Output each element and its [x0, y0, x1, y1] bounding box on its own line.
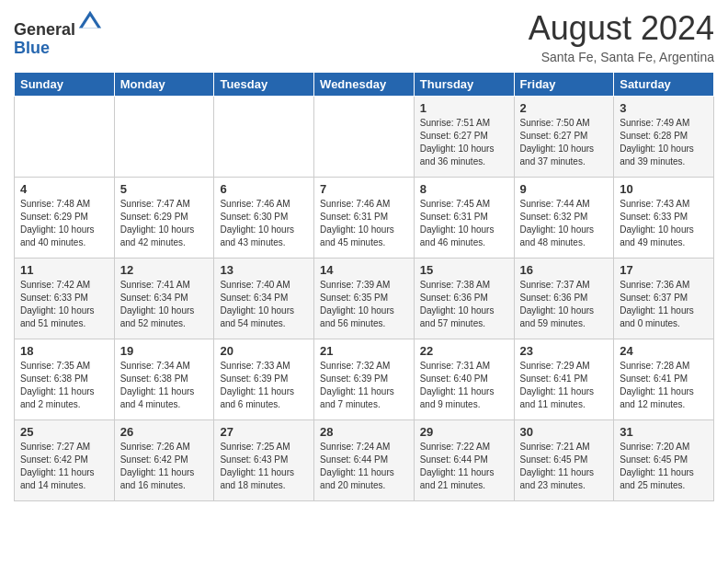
calendar-cell: 5Sunrise: 7:47 AM Sunset: 6:29 PM Daylig…	[114, 178, 214, 259]
day-info: Sunrise: 7:38 AM Sunset: 6:36 PM Dayligh…	[420, 279, 508, 330]
day-info: Sunrise: 7:20 AM Sunset: 6:45 PM Dayligh…	[620, 441, 708, 492]
calendar-cell: 15Sunrise: 7:38 AM Sunset: 6:36 PM Dayli…	[414, 259, 514, 339]
calendar-week-row: 1Sunrise: 7:51 AM Sunset: 6:27 PM Daylig…	[15, 97, 714, 178]
calendar-cell: 30Sunrise: 7:21 AM Sunset: 6:45 PM Dayli…	[514, 420, 614, 501]
day-info: Sunrise: 7:48 AM Sunset: 6:29 PM Dayligh…	[20, 198, 108, 249]
day-number: 21	[320, 344, 408, 358]
day-info: Sunrise: 7:49 AM Sunset: 6:28 PM Dayligh…	[620, 117, 708, 168]
calendar-cell	[15, 97, 115, 178]
day-info: Sunrise: 7:33 AM Sunset: 6:39 PM Dayligh…	[220, 360, 308, 411]
calendar-cell: 14Sunrise: 7:39 AM Sunset: 6:35 PM Dayli…	[314, 259, 415, 339]
calendar-cell: 29Sunrise: 7:22 AM Sunset: 6:44 PM Dayli…	[414, 420, 514, 501]
col-sunday: Sunday	[15, 73, 115, 97]
day-info: Sunrise: 7:43 AM Sunset: 6:33 PM Dayligh…	[620, 198, 708, 249]
day-info: Sunrise: 7:51 AM Sunset: 6:27 PM Dayligh…	[420, 117, 508, 168]
day-number: 26	[120, 425, 209, 439]
day-info: Sunrise: 7:36 AM Sunset: 6:37 PM Dayligh…	[620, 279, 708, 330]
calendar-body: 1Sunrise: 7:51 AM Sunset: 6:27 PM Daylig…	[15, 97, 714, 501]
calendar-cell: 7Sunrise: 7:46 AM Sunset: 6:31 PM Daylig…	[314, 178, 415, 259]
day-number: 9	[520, 182, 609, 196]
day-number: 1	[420, 101, 508, 115]
day-number: 27	[220, 425, 308, 439]
calendar-cell: 26Sunrise: 7:26 AM Sunset: 6:42 PM Dayli…	[114, 420, 214, 501]
calendar-week-row: 18Sunrise: 7:35 AM Sunset: 6:38 PM Dayli…	[15, 339, 714, 420]
day-number: 28	[320, 425, 408, 439]
title-block: August 2024 Santa Fe, Santa Fe, Argentin…	[529, 9, 714, 64]
calendar-cell: 31Sunrise: 7:20 AM Sunset: 6:45 PM Dayli…	[614, 420, 714, 501]
day-info: Sunrise: 7:21 AM Sunset: 6:45 PM Dayligh…	[520, 441, 609, 492]
calendar-cell: 3Sunrise: 7:49 AM Sunset: 6:28 PM Daylig…	[614, 97, 714, 178]
col-monday: Monday	[114, 73, 214, 97]
day-info: Sunrise: 7:25 AM Sunset: 6:43 PM Dayligh…	[220, 441, 308, 492]
calendar-cell: 4Sunrise: 7:48 AM Sunset: 6:29 PM Daylig…	[15, 178, 115, 259]
calendar-week-row: 25Sunrise: 7:27 AM Sunset: 6:42 PM Dayli…	[15, 420, 714, 501]
day-number: 18	[20, 344, 108, 358]
calendar-cell: 28Sunrise: 7:24 AM Sunset: 6:44 PM Dayli…	[314, 420, 415, 501]
page-header: General Blue August 2024 Santa Fe, Santa…	[14, 9, 714, 64]
day-number: 11	[20, 263, 108, 277]
day-info: Sunrise: 7:39 AM Sunset: 6:35 PM Dayligh…	[320, 279, 408, 330]
day-number: 5	[120, 182, 209, 196]
day-info: Sunrise: 7:29 AM Sunset: 6:41 PM Dayligh…	[520, 360, 609, 411]
calendar-cell: 8Sunrise: 7:45 AM Sunset: 6:31 PM Daylig…	[414, 178, 514, 259]
calendar-cell: 2Sunrise: 7:50 AM Sunset: 6:27 PM Daylig…	[514, 97, 614, 178]
calendar-cell: 23Sunrise: 7:29 AM Sunset: 6:41 PM Dayli…	[514, 339, 614, 420]
calendar-week-row: 11Sunrise: 7:42 AM Sunset: 6:33 PM Dayli…	[15, 259, 714, 339]
calendar-cell: 25Sunrise: 7:27 AM Sunset: 6:42 PM Dayli…	[15, 420, 115, 501]
day-number: 8	[420, 182, 508, 196]
day-info: Sunrise: 7:37 AM Sunset: 6:36 PM Dayligh…	[520, 279, 609, 330]
calendar-cell: 21Sunrise: 7:32 AM Sunset: 6:39 PM Dayli…	[314, 339, 415, 420]
day-number: 24	[620, 344, 708, 358]
day-info: Sunrise: 7:28 AM Sunset: 6:41 PM Dayligh…	[620, 360, 708, 411]
col-friday: Friday	[514, 73, 614, 97]
day-number: 30	[520, 425, 609, 439]
calendar-cell: 13Sunrise: 7:40 AM Sunset: 6:34 PM Dayli…	[214, 259, 314, 339]
day-info: Sunrise: 7:40 AM Sunset: 6:34 PM Dayligh…	[220, 279, 308, 330]
day-number: 22	[420, 344, 508, 358]
calendar-cell: 19Sunrise: 7:34 AM Sunset: 6:38 PM Dayli…	[114, 339, 214, 420]
calendar-cell	[314, 97, 415, 178]
col-wednesday: Wednesday	[314, 73, 415, 97]
calendar-cell: 9Sunrise: 7:44 AM Sunset: 6:32 PM Daylig…	[514, 178, 614, 259]
day-info: Sunrise: 7:41 AM Sunset: 6:34 PM Dayligh…	[120, 279, 209, 330]
location-text: Santa Fe, Santa Fe, Argentina	[529, 50, 714, 64]
calendar-cell: 24Sunrise: 7:28 AM Sunset: 6:41 PM Dayli…	[614, 339, 714, 420]
calendar-cell: 17Sunrise: 7:36 AM Sunset: 6:37 PM Dayli…	[614, 259, 714, 339]
calendar-cell: 1Sunrise: 7:51 AM Sunset: 6:27 PM Daylig…	[414, 97, 514, 178]
day-info: Sunrise: 7:31 AM Sunset: 6:40 PM Dayligh…	[420, 360, 508, 411]
col-tuesday: Tuesday	[214, 73, 314, 97]
day-info: Sunrise: 7:35 AM Sunset: 6:38 PM Dayligh…	[20, 360, 108, 411]
day-info: Sunrise: 7:47 AM Sunset: 6:29 PM Dayligh…	[120, 198, 209, 249]
calendar-header-row: Sunday Monday Tuesday Wednesday Thursday…	[15, 73, 714, 97]
day-info: Sunrise: 7:45 AM Sunset: 6:31 PM Dayligh…	[420, 198, 508, 249]
day-info: Sunrise: 7:27 AM Sunset: 6:42 PM Dayligh…	[20, 441, 108, 492]
logo-blue-text: Blue	[14, 39, 50, 57]
day-number: 12	[120, 263, 209, 277]
day-number: 20	[220, 344, 308, 358]
calendar-cell: 6Sunrise: 7:46 AM Sunset: 6:30 PM Daylig…	[214, 178, 314, 259]
logo: General Blue	[14, 9, 103, 58]
calendar-cell: 11Sunrise: 7:42 AM Sunset: 6:33 PM Dayli…	[15, 259, 115, 339]
page-container: General Blue August 2024 Santa Fe, Santa…	[0, 0, 728, 511]
day-info: Sunrise: 7:24 AM Sunset: 6:44 PM Dayligh…	[320, 441, 408, 492]
day-info: Sunrise: 7:32 AM Sunset: 6:39 PM Dayligh…	[320, 360, 408, 411]
month-title: August 2024	[529, 9, 714, 48]
day-info: Sunrise: 7:26 AM Sunset: 6:42 PM Dayligh…	[120, 441, 209, 492]
calendar-cell: 12Sunrise: 7:41 AM Sunset: 6:34 PM Dayli…	[114, 259, 214, 339]
day-number: 10	[620, 182, 708, 196]
day-number: 2	[520, 101, 609, 115]
col-thursday: Thursday	[414, 73, 514, 97]
day-number: 4	[20, 182, 108, 196]
day-number: 31	[620, 425, 708, 439]
day-number: 13	[220, 263, 308, 277]
calendar-cell: 20Sunrise: 7:33 AM Sunset: 6:39 PM Dayli…	[214, 339, 314, 420]
day-info: Sunrise: 7:22 AM Sunset: 6:44 PM Dayligh…	[420, 441, 508, 492]
logo-icon	[77, 9, 103, 35]
calendar-cell	[214, 97, 314, 178]
calendar-cell: 27Sunrise: 7:25 AM Sunset: 6:43 PM Dayli…	[214, 420, 314, 501]
day-number: 25	[20, 425, 108, 439]
day-number: 7	[320, 182, 408, 196]
day-number: 16	[520, 263, 609, 277]
calendar-cell: 22Sunrise: 7:31 AM Sunset: 6:40 PM Dayli…	[414, 339, 514, 420]
calendar-cell: 18Sunrise: 7:35 AM Sunset: 6:38 PM Dayli…	[15, 339, 115, 420]
